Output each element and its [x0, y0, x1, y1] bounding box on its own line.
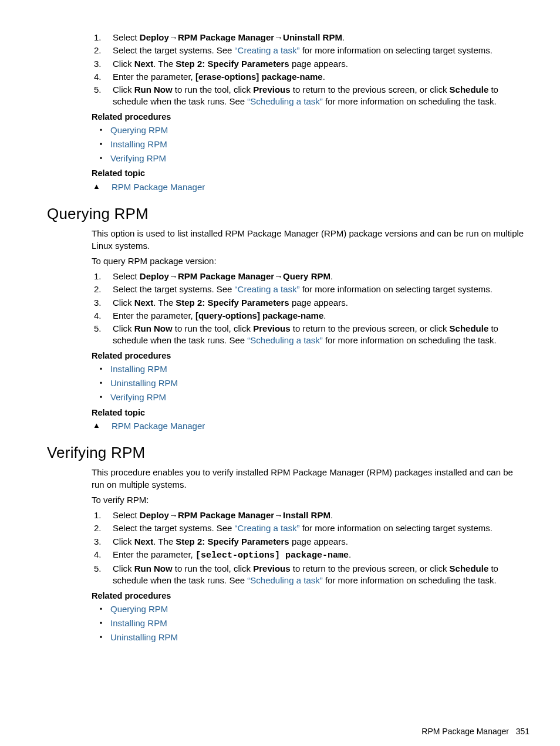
- bullet-icon: •: [92, 603, 110, 616]
- list-item: •Uninstalling RPM: [92, 632, 526, 644]
- step-number: 4.: [92, 310, 113, 322]
- querying-lead: To query RPM package version:: [92, 255, 526, 267]
- step-4: 4. Enter the parameter, [query-options] …: [92, 310, 526, 322]
- uninstall-section: 1. Select Deploy→RPM Package Manager→Uni…: [92, 32, 526, 193]
- verifying-intro: This procedure enables you to verify ins…: [92, 467, 526, 491]
- querying-intro: This option is used to list installed RP…: [92, 228, 526, 252]
- step-text: Click Run Now to run the tool, click Pre…: [113, 323, 526, 347]
- step-number: 2.: [92, 45, 113, 56]
- bullet-icon: •: [92, 632, 110, 644]
- step-number: 5.: [92, 563, 113, 587]
- related-procedures-list: •Installing RPM •Uninstalling RPM •Verif…: [92, 363, 526, 403]
- bullet-icon: •: [92, 363, 110, 376]
- scheduling-task-link[interactable]: “Scheduling a task”: [247, 575, 322, 585]
- list-item: •Installing RPM: [92, 617, 526, 630]
- step-2: 2. Select the target systems. See “Creat…: [92, 283, 526, 295]
- step-text: Select Deploy→RPM Package Manager→Uninst…: [113, 32, 526, 43]
- step-text: Select the target systems. See “Creating…: [113, 522, 526, 534]
- step-number: 2.: [92, 283, 113, 295]
- step-text: Click Run Now to run the tool, click Pre…: [113, 84, 526, 108]
- step-1: 1. Select Deploy→RPM Package Manager→Ins…: [92, 509, 526, 521]
- step-text: Select the target systems. See “Creating…: [113, 45, 526, 56]
- verifying-rpm-link[interactable]: Verifying RPM: [110, 392, 166, 402]
- bullet-icon: •: [92, 153, 110, 165]
- step-text: Click Next. The Step 2: Specify Paramete…: [113, 297, 526, 309]
- related-topic-heading: Related topic: [92, 407, 526, 419]
- step-number: 5.: [92, 323, 113, 347]
- step-4: 4. Enter the parameter, [erase-options] …: [92, 71, 526, 83]
- step-text: Click Run Now to run the tool, click Pre…: [113, 563, 526, 587]
- step-2: 2. Select the target systems. See “Creat…: [92, 45, 526, 56]
- step-number: 3.: [92, 536, 113, 548]
- step-1: 1. Select Deploy→RPM Package Manager→Que…: [92, 271, 526, 282]
- step-5: 5. Click Run Now to run the tool, click …: [92, 563, 526, 587]
- triangle-icon: ▲: [92, 181, 112, 192]
- uninstall-steps: 1. Select Deploy→RPM Package Manager→Uni…: [92, 32, 526, 108]
- querying-rpm-heading: Querying RPM: [47, 204, 532, 224]
- verifying-steps: 1. Select Deploy→RPM Package Manager→Ins…: [92, 509, 526, 587]
- verifying-section: This procedure enables you to verify ins…: [92, 467, 526, 643]
- step-number: 1.: [92, 271, 113, 282]
- installing-rpm-link[interactable]: Installing RPM: [110, 364, 167, 374]
- step-number: 3.: [92, 297, 113, 309]
- list-item: ▲RPM Package Manager: [92, 181, 526, 193]
- bullet-icon: •: [92, 139, 110, 151]
- step-number: 5.: [92, 84, 113, 108]
- creating-task-link[interactable]: “Creating a task”: [235, 284, 300, 294]
- related-procedures-heading: Related procedures: [92, 590, 526, 602]
- uninstalling-rpm-link[interactable]: Uninstalling RPM: [110, 632, 178, 642]
- bullet-icon: •: [92, 391, 110, 404]
- step-text: Select the target systems. See “Creating…: [113, 283, 526, 295]
- step-5: 5. Click Run Now to run the tool, click …: [92, 84, 526, 108]
- footer-label: RPM Package Manager: [421, 727, 509, 736]
- triangle-icon: ▲: [92, 420, 112, 431]
- list-item: •Uninstalling RPM: [92, 377, 526, 390]
- list-item: •Querying RPM: [92, 124, 526, 137]
- step-text: Select Deploy→RPM Package Manager→Query …: [113, 271, 526, 282]
- step-number: 4.: [92, 549, 113, 562]
- bullet-icon: •: [92, 377, 110, 390]
- uninstalling-rpm-link[interactable]: Uninstalling RPM: [110, 378, 178, 388]
- querying-rpm-link[interactable]: Querying RPM: [110, 604, 168, 614]
- installing-rpm-link[interactable]: Installing RPM: [110, 139, 167, 149]
- related-procedures-list: •Querying RPM •Installing RPM •Uninstall…: [92, 603, 526, 643]
- bullet-icon: •: [92, 617, 110, 630]
- bullet-icon: •: [92, 124, 110, 137]
- list-item: •Installing RPM: [92, 139, 526, 151]
- related-topic-heading: Related topic: [92, 168, 526, 180]
- step-number: 1.: [92, 32, 113, 43]
- creating-task-link[interactable]: “Creating a task”: [235, 523, 300, 533]
- rpm-package-manager-link[interactable]: RPM Package Manager: [112, 182, 205, 192]
- step-5: 5. Click Run Now to run the tool, click …: [92, 323, 526, 347]
- related-topic-list: ▲RPM Package Manager: [92, 420, 526, 432]
- verifying-lead: To verify RPM:: [92, 494, 526, 506]
- verifying-rpm-link[interactable]: Verifying RPM: [110, 153, 166, 163]
- step-text: Select Deploy→RPM Package Manager→Instal…: [113, 509, 526, 521]
- step-3: 3. Click Next. The Step 2: Specify Param…: [92, 58, 526, 70]
- page-footer: RPM Package Manager 351: [28, 726, 529, 737]
- step-number: 3.: [92, 58, 113, 70]
- step-2: 2. Select the target systems. See “Creat…: [92, 522, 526, 534]
- verifying-rpm-heading: Verifying RPM: [47, 443, 532, 463]
- querying-rpm-link[interactable]: Querying RPM: [110, 125, 168, 135]
- step-1: 1. Select Deploy→RPM Package Manager→Uni…: [92, 32, 526, 43]
- list-item: •Verifying RPM: [92, 391, 526, 404]
- creating-task-link[interactable]: “Creating a task”: [235, 45, 300, 55]
- step-text: Enter the parameter, [erase-options] pac…: [113, 71, 526, 83]
- list-item: •Querying RPM: [92, 603, 526, 616]
- step-number: 1.: [92, 509, 113, 521]
- rpm-package-manager-link[interactable]: RPM Package Manager: [112, 421, 205, 431]
- step-4: 4. Enter the parameter, [select-options]…: [92, 549, 526, 562]
- scheduling-task-link[interactable]: “Scheduling a task”: [247, 96, 322, 106]
- step-text: Enter the parameter, [select-options] pa…: [113, 549, 526, 562]
- installing-rpm-link[interactable]: Installing RPM: [110, 618, 167, 628]
- related-procedures-heading: Related procedures: [92, 112, 526, 123]
- step-number: 4.: [92, 71, 113, 83]
- step-number: 2.: [92, 522, 113, 534]
- list-item: •Installing RPM: [92, 363, 526, 376]
- step-3: 3. Click Next. The Step 2: Specify Param…: [92, 297, 526, 309]
- related-topic-list: ▲RPM Package Manager: [92, 181, 526, 193]
- list-item: ▲RPM Package Manager: [92, 420, 526, 432]
- step-text: Enter the parameter, [query-options] pac…: [113, 310, 526, 322]
- scheduling-task-link[interactable]: “Scheduling a task”: [247, 335, 322, 345]
